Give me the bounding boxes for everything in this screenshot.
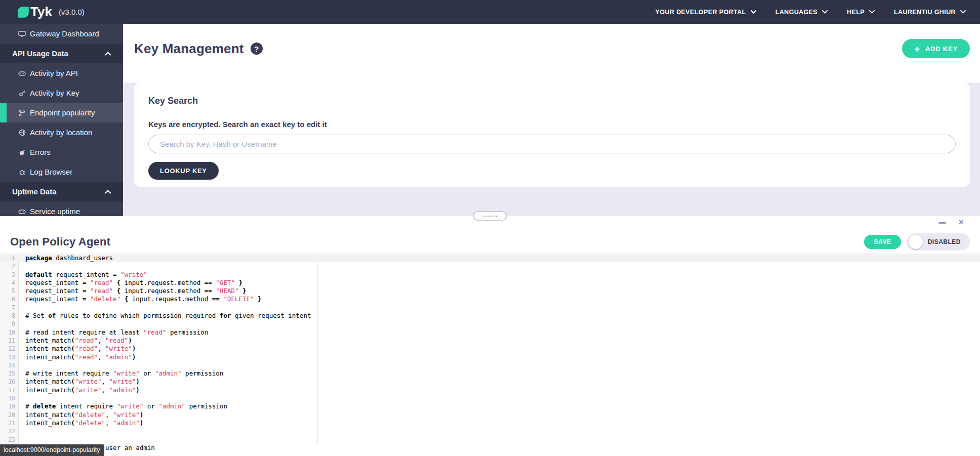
code-line-19[interactable]: 19# delete intent require "write" or "ad… — [0, 402, 980, 410]
sidebar-item-service-uptime[interactable]: Service uptime — [0, 201, 123, 216]
chevron-down-icon — [822, 10, 828, 14]
topbar-menu-laurentiu-ghiur[interactable]: LAURENTIU GHIUR — [894, 9, 966, 16]
code-line-17[interactable]: 17intent_match("write", "admin") — [0, 386, 980, 394]
line-content: intent_match("write", "admin") — [19, 386, 140, 394]
sidebar-item-log-browser[interactable]: Log Browser — [0, 162, 123, 182]
sidebar-section-label: API Usage Data — [12, 49, 68, 58]
code-line-6[interactable]: 6request_intent = "delete" { input.reque… — [0, 295, 980, 303]
topbar-menu-languages[interactable]: LANGUAGES — [775, 9, 828, 16]
help-icon[interactable]: ? — [251, 43, 263, 55]
sidebar-item-label: Service uptime — [30, 207, 80, 216]
code-lines: 1package dashboard_users23default reques… — [0, 254, 980, 452]
line-content — [19, 427, 25, 435]
save-button[interactable]: SAVE — [864, 235, 901, 249]
sidebar-item-activity-by-key[interactable]: Activity by Key — [0, 83, 123, 103]
lookup-key-button[interactable]: LOOKUP KEY — [148, 162, 219, 180]
code-line-15[interactable]: 15# write intent require "write" or "adm… — [0, 369, 980, 378]
menu-label: YOUR DEVELOPER PORTAL — [656, 9, 746, 16]
code-line-10[interactable]: 10# read intent require at least "read" … — [0, 328, 980, 337]
page-title: Key Management — [134, 41, 244, 57]
code-line-24[interactable]: 24# Helper to check if user an admin — [0, 444, 980, 452]
sidebar-item-uptime-data[interactable]: Uptime Data — [0, 182, 123, 201]
add-key-button[interactable]: + ADD KEY — [902, 39, 970, 58]
chevron-down-icon — [960, 10, 966, 14]
card-title: Key Search — [148, 96, 956, 106]
sidebar-item-activity-by-location[interactable]: Activity by location — [0, 122, 123, 142]
code-line-5[interactable]: 5request_intent = "read" { input.request… — [0, 287, 980, 295]
line-number: 6 — [0, 295, 19, 303]
minimize-icon[interactable] — [938, 222, 946, 224]
line-number: 15 — [0, 369, 19, 378]
code-line-13[interactable]: 13intent_match("read", "admin") — [0, 353, 980, 361]
line-number: 23 — [0, 436, 19, 444]
line-number: 12 — [0, 345, 19, 353]
sidebar-item-label: Activity by Key — [30, 89, 79, 97]
tyk-logo: Tyk (v3.0.0) — [17, 4, 85, 20]
gamepad-icon — [18, 70, 26, 76]
code-line-12[interactable]: 12intent_match("read", "write") — [0, 345, 980, 353]
line-content: # Set of rules to define which permissio… — [19, 312, 311, 320]
sidebar-item-api-usage-data[interactable]: API Usage Data — [0, 44, 123, 63]
code-line-2[interactable]: 2 — [0, 262, 980, 270]
code-line-8[interactable]: 8# Set of rules to define which permissi… — [0, 312, 980, 320]
line-number: 7 — [0, 304, 19, 312]
sidebar-item-errors[interactable]: Errors — [0, 142, 123, 162]
line-content: # delete intent require "write" or "admi… — [19, 402, 227, 410]
code-line-1[interactable]: 1package dashboard_users — [0, 254, 980, 262]
sidebar-item-gateway-dashboard[interactable]: Gateway Dashboard — [0, 24, 123, 44]
line-number: 17 — [0, 386, 19, 394]
chevron-down-icon — [869, 10, 875, 14]
code-line-4[interactable]: 4request_intent = "read" { input.request… — [0, 279, 980, 287]
code-line-3[interactable]: 3default request_intent = "write" — [0, 271, 980, 279]
toggle-knob — [909, 235, 923, 249]
panel-actions: SAVE DISABLED — [864, 233, 970, 251]
sidebar: Gateway DashboardAPI Usage DataActivity … — [0, 24, 123, 216]
line-content — [19, 320, 25, 328]
close-icon[interactable]: × — [958, 218, 964, 227]
panel-resize-handle[interactable] — [473, 211, 507, 221]
sidebar-item-label: Errors — [30, 148, 51, 156]
gamepad-icon — [18, 209, 26, 215]
line-number: 13 — [0, 353, 19, 361]
main-content: Key Management ? + ADD KEY Key Search Ke… — [123, 24, 980, 216]
sidebar-item-activity-by-api[interactable]: Activity by API — [0, 63, 123, 83]
code-line-9[interactable]: 9 — [0, 320, 980, 328]
line-content: intent_match("read", "read") — [19, 337, 132, 345]
line-content: # write intent require "write" or "admin… — [19, 369, 223, 378]
key-icon — [18, 90, 26, 97]
bug-icon — [18, 169, 26, 176]
menu-label: LANGUAGES — [775, 9, 818, 16]
line-content: # read intent require at least "read" pe… — [19, 328, 208, 337]
line-number: 18 — [0, 394, 19, 402]
code-line-7[interactable]: 7 — [0, 304, 980, 312]
code-line-23[interactable]: 23 — [0, 436, 980, 444]
code-line-16[interactable]: 16intent_match("write", "write") — [0, 378, 980, 386]
panel-title: Open Policy Agent — [10, 235, 110, 248]
sidebar-item-label: Activity by location — [30, 128, 92, 137]
key-search-input[interactable] — [148, 135, 956, 153]
code-line-14[interactable]: 14 — [0, 361, 980, 369]
topbar-menu-help[interactable]: HELP — [847, 9, 875, 16]
panel-header: Open Policy Agent SAVE DISABLED — [0, 230, 980, 254]
line-number: 19 — [0, 402, 19, 410]
line-number: 4 — [0, 279, 19, 287]
sidebar-item-endpoint-popularity[interactable]: Endpoint popularity — [0, 103, 123, 122]
code-line-20[interactable]: 20intent_match("delete", "write") — [0, 411, 980, 419]
code-line-18[interactable]: 18 — [0, 394, 980, 402]
sidebar-section-label: Uptime Data — [12, 187, 57, 196]
enabled-toggle[interactable]: DISABLED — [907, 233, 970, 251]
chevron-down-icon — [751, 10, 756, 14]
code-editor[interactable]: 1package dashboard_users23default reques… — [0, 254, 980, 455]
code-line-21[interactable]: 21intent_match("delete", "admin") — [0, 419, 980, 427]
line-content: intent_match("write", "write") — [19, 378, 140, 386]
content-body: Key Search Keys are encrypted. Search an… — [123, 82, 980, 225]
line-number: 10 — [0, 328, 19, 337]
sidebar-item-label: Log Browser — [30, 168, 72, 176]
line-number: 14 — [0, 361, 19, 369]
line-content — [19, 436, 25, 444]
code-line-11[interactable]: 11intent_match("read", "read") — [0, 337, 980, 345]
topbar-menu-your-developer-portal[interactable]: YOUR DEVELOPER PORTAL — [656, 9, 756, 16]
line-number: 9 — [0, 320, 19, 328]
code-line-22[interactable]: 22 — [0, 427, 980, 435]
chevron-up-icon — [105, 52, 111, 56]
